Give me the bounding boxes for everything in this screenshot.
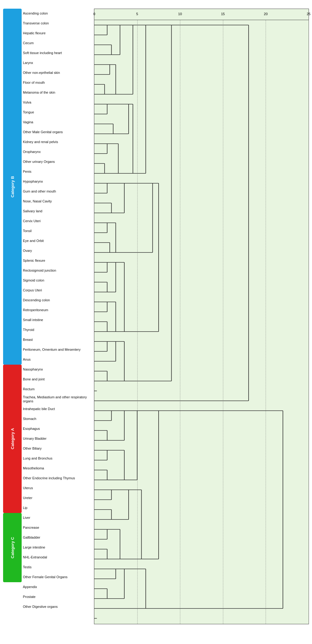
row-label: Rectum: [23, 384, 94, 394]
row-label: Large intestine: [23, 543, 94, 553]
row-label: Lung and Bronchus: [23, 454, 94, 464]
row-label: Floor of mouth: [23, 78, 94, 88]
row-label: Hepatic flexure: [23, 28, 94, 38]
row-label: Gum and other mouth: [23, 187, 94, 197]
row-label: Esophagus: [23, 424, 94, 434]
tick-label: 20: [264, 12, 267, 16]
row-label: Peritoneum, Omentum and Mesentery: [23, 345, 94, 355]
category-block: Category B: [3, 9, 22, 365]
tick-label: 0: [93, 12, 95, 16]
row-label: Rectosigmoid junction: [23, 266, 94, 276]
row-label: Prostate: [23, 592, 94, 602]
row-label: Cecum: [23, 38, 94, 48]
row-label: Mesothelioma: [23, 464, 94, 473]
row-label: Other Endocrine including Thymus: [23, 473, 94, 483]
row-label: Pancrease: [23, 523, 94, 533]
row-label: Nose, Nasal Cavity: [23, 197, 94, 206]
axis-ticks: 0510152025: [94, 11, 309, 16]
row-label: Penis: [23, 167, 94, 177]
row-label: Other Digestive organs: [23, 602, 94, 612]
row-label: Splenic flexure: [23, 256, 94, 266]
row-label: Oropharynx: [23, 147, 94, 157]
row-label: Stomach: [23, 414, 94, 424]
row-label: Intrahepatic bile Duct: [23, 404, 94, 414]
tick-label: 15: [221, 12, 225, 16]
row-label: Urinary Bladder: [23, 434, 94, 444]
row-label: Testis: [23, 562, 94, 572]
row-label: Ascending colon: [23, 9, 94, 19]
grid-line: [180, 20, 180, 624]
category-block: Category C: [3, 513, 22, 582]
grid-line: [223, 20, 223, 624]
axis-top: 0510152025: [94, 9, 309, 20]
row-label: Other Biliary: [23, 444, 94, 454]
row-label: Liver: [23, 513, 94, 523]
row-label: Soft tissue including heart: [23, 48, 94, 58]
category-block: Category A: [3, 365, 22, 513]
row-label: Melanoma of the skin: [23, 88, 94, 98]
row-label: Other non-eprthelial skin: [23, 68, 94, 78]
row-label: Tongue: [23, 108, 94, 117]
row-label: Tonsil: [23, 226, 94, 236]
row-label: Descending colon: [23, 295, 94, 305]
dendrogram-svg: [94, 20, 309, 625]
grid-line: [266, 20, 266, 624]
row-label: Appendix: [23, 582, 94, 592]
row-label: Transverse colon: [23, 19, 94, 28]
row-label: Gallbladder: [23, 533, 94, 543]
grid-line: [309, 20, 309, 624]
row-label: Kidney and renal pelvis: [23, 137, 94, 147]
row-label: Ovary: [23, 246, 94, 256]
row-label: Breast: [23, 335, 94, 345]
dendrogram-area: 0510152025: [94, 9, 309, 624]
row-label: Hypopharynx: [23, 177, 94, 187]
figure-container: Category BCategory ACategory C Ascending…: [0, 0, 312, 630]
row-label: Sigmoid colon: [23, 276, 94, 286]
row-label: Lip: [23, 503, 94, 513]
row-label: NHL-Extranodal: [23, 553, 94, 562]
row-label: Salivary land: [23, 206, 94, 216]
row-label: Eye and Orbit: [23, 236, 94, 246]
row-label: Vagina: [23, 117, 94, 127]
row-label: Retroperitoneum: [23, 305, 94, 315]
row-label: Small intstine: [23, 315, 94, 325]
tick-label: 25: [307, 12, 310, 16]
row-label: Corpus Uteri: [23, 286, 94, 295]
row-label: Bone and joint: [23, 375, 94, 384]
row-label: Trachea, Mediastium and other respirator…: [23, 394, 94, 404]
grid-line: [137, 20, 138, 624]
row-label: Ureter: [23, 493, 94, 503]
row-label: Other Female Genital Organs: [23, 572, 94, 582]
category-column: Category BCategory ACategory C: [3, 9, 22, 624]
row-label: Nasopharynx: [23, 365, 94, 375]
row-label: Larynx: [23, 58, 94, 68]
row-label: Other urinary Organs: [23, 157, 94, 167]
row-label: Uterus: [23, 483, 94, 493]
tick-label: 5: [136, 12, 138, 16]
row-label: Vulva: [23, 98, 94, 108]
chart-wrapper: Category BCategory ACategory C Ascending…: [3, 9, 309, 624]
labels-column: Ascending colonTransverse colonHepatic f…: [23, 9, 94, 624]
row-label: Anus: [23, 355, 94, 365]
row-label: Other Male Genital organs: [23, 127, 94, 137]
tick-label: 10: [178, 12, 182, 16]
row-label: Cervix Uteri: [23, 216, 94, 226]
row-label: Thyroid: [23, 325, 94, 335]
